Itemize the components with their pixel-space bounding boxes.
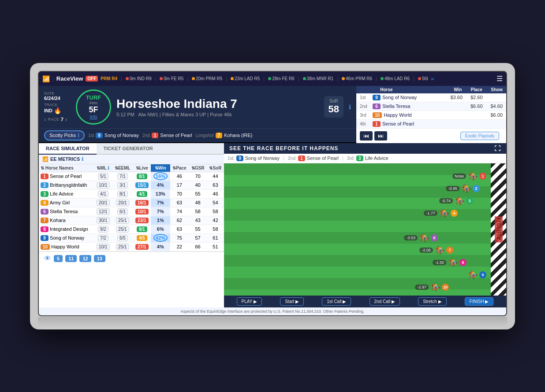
horse-icon: 🏇: [468, 270, 478, 280]
table-row[interactable]: 3 Life Advice 4/1 8/1 4/1 13% 70 55 46: [39, 189, 224, 198]
horse-gsr: 43: [189, 216, 207, 225]
table-row[interactable]: 4 Army Girl 20/1 20/1 16/1 7% 63 48 54: [39, 198, 224, 207]
more-races[interactable]: »: [431, 75, 434, 82]
table-row[interactable]: 9 Song of Norway 7/2 6/5 4/5 42% 75 57 6…: [39, 233, 224, 242]
sort-icon[interactable]: ⇅: [41, 166, 44, 170]
expand-icon[interactable]: ⛶: [494, 145, 501, 152]
sort-win[interactable]: ⇅: [155, 166, 158, 170]
odds-win: $3.60: [443, 95, 463, 100]
horse-pace: 63: [170, 225, 189, 233]
page-12[interactable]: 12: [79, 255, 91, 262]
page-13[interactable]: 13: [94, 255, 105, 262]
horse-live: 27/1: [133, 242, 151, 251]
play-btn-prev[interactable]: ⏮: [360, 131, 373, 141]
horse-name-cell: 2 Brittanysgldnfaith: [39, 181, 94, 189]
horse-pace: 46: [170, 172, 189, 181]
horse-live: 4/5: [133, 233, 151, 242]
horse-num-badge: 6: [41, 209, 49, 214]
sort-ml[interactable]: ⇅: [97, 166, 100, 170]
tab-simulator[interactable]: RACE SIMULATOR: [39, 143, 97, 155]
sor-value: 58: [328, 104, 339, 115]
eye-icon[interactable]: 👁: [44, 255, 51, 263]
finish-banner: FINISH: [491, 163, 506, 296]
page-5[interactable]: 5: [54, 255, 63, 262]
sim-title: SEE THE RACE BEFORE IT HAPPENS: [229, 145, 338, 152]
race-lad5[interactable]: 23m LAD R5: [231, 76, 260, 81]
horse-win: 13%: [151, 189, 170, 198]
race-header: DATE 6/24/24 TRACK IND 🔥 ‹ RACE 7 ›: [39, 86, 356, 129]
race-prm6[interactable]: 46m PRM R6: [342, 76, 372, 81]
table-row[interactable]: 7 Kohara 30/1 25/1 23/1 1% 62 43 42: [39, 216, 224, 225]
race-prm5[interactable]: 20m PRM R5: [192, 76, 222, 81]
footer: Aspects of the EquinEdge Interface are p…: [39, 307, 506, 315]
odds-pos-col: [360, 87, 380, 92]
second-call-button[interactable]: 2nd Call ▶: [370, 297, 400, 306]
horse-ml: 30/1: [94, 216, 112, 225]
col-live: ⇅Live: [133, 164, 151, 172]
race-mnr[interactable]: 38m MNR R1: [303, 76, 334, 81]
scotty-picks-btn[interactable]: Scotty Picks ℹ: [44, 130, 85, 141]
horse-ml: 12/1: [94, 207, 112, 216]
race-56t[interactable]: 56t: [418, 76, 428, 81]
horse-name-cell: 4 Army Girl: [39, 198, 94, 207]
horse-win: 4%: [151, 181, 170, 189]
exotic-payouts-btn[interactable]: Exotic Payouts: [460, 132, 499, 140]
sort-pace[interactable]: ⇅: [172, 166, 176, 170]
horse-name: Army Girl: [49, 200, 70, 205]
race-fe6[interactable]: 28m FE R6: [268, 76, 295, 81]
horse-eeml: 20/1: [112, 198, 133, 207]
odds-num: 6: [373, 104, 381, 109]
start-button[interactable]: Start ▶: [280, 297, 304, 306]
sort-sor[interactable]: ⇅: [209, 166, 213, 170]
info-icon[interactable]: ℹ: [349, 104, 351, 111]
tab-bar: RACE SIMULATOR TICKET GENERATOR: [39, 143, 224, 155]
horse-sor: 54: [207, 198, 224, 207]
page-11[interactable]: 11: [65, 255, 77, 262]
table-row[interactable]: 2 Brittanysgldnfaith 10/1 3/1 15/1 4% 17…: [39, 181, 224, 189]
next-race-btn[interactable]: ›: [65, 116, 67, 123]
pos-label: -2.05: [419, 248, 433, 253]
play-button[interactable]: PLAY ▶: [237, 297, 262, 306]
finish-button[interactable]: FINISH ▶: [465, 297, 494, 306]
longshot-name: Kohara (IRE): [224, 133, 252, 138]
laptop-base: [38, 317, 507, 329]
race-title-area: Horseshoe Indiana 7 5:12 PM Alw NW1 | Fi…: [116, 97, 319, 117]
table-row[interactable]: 6 Stella Teresa 12/1 6/1 10/1 7% 74 58 5…: [39, 207, 224, 216]
sort-eeml[interactable]: ⇅: [115, 166, 118, 170]
odds-horse-name: Sense of Pearl: [382, 121, 443, 126]
horse-eeml: 6/1: [112, 207, 133, 216]
odds-show: $4.60: [483, 104, 503, 109]
odds-win-col: Win: [441, 87, 462, 92]
info-link[interactable]: Info: [90, 115, 97, 119]
first-call-button[interactable]: 1st Call ▶: [322, 297, 351, 306]
horse-pace: 17: [170, 181, 189, 189]
prev-race-btn[interactable]: ‹: [44, 116, 46, 123]
sort-gsr[interactable]: ⇅: [191, 166, 195, 170]
track-label: TRACK: [44, 103, 71, 107]
horse-track-num: 9: [479, 271, 486, 278]
table-row[interactable]: 8 Integrated Design 9/2 25/1 9/1 6% 63 5…: [39, 225, 224, 233]
race-ind[interactable]: 0m IND R9: [126, 76, 151, 81]
col-ml: ⇅ML ℹ: [94, 164, 112, 172]
horse-track-num: 2: [473, 185, 480, 192]
off-badge: OFF: [86, 76, 98, 81]
stretch-button[interactable]: Stretch ▶: [418, 297, 446, 306]
tab-ticket[interactable]: TICKET GENERATOR: [97, 143, 160, 155]
table-row[interactable]: 10 Happy World 10/1 25/1 27/1 4% 22 66 5…: [39, 242, 224, 251]
second-pick-name: Sense of Pearl: [160, 133, 192, 138]
horse-gsr: 58: [189, 207, 207, 216]
horse-live: 23/1: [133, 216, 151, 225]
horse-gsr: 40: [189, 181, 207, 189]
horse-live: 9/1: [133, 225, 151, 233]
table-row[interactable]: 1 Sense of Pearl 5/1 7/1 8/1 16% 46 70 4…: [39, 172, 224, 181]
scotty-info-icon: ℹ: [78, 133, 79, 138]
race-fe5[interactable]: 0m FE R5: [160, 76, 183, 81]
sort-live[interactable]: ⇅: [136, 166, 139, 170]
race-lad6[interactable]: 48m LAD R6: [381, 76, 410, 81]
hamburger-menu[interactable]: ☰: [496, 74, 503, 83]
horse-win: 4%: [151, 242, 170, 251]
odds-place: $6.60: [463, 104, 483, 109]
track-horse: -0.95🏇2: [446, 184, 480, 193]
horse-ml: 9/2: [94, 225, 112, 233]
play-btn-next[interactable]: ⏭: [374, 131, 387, 141]
